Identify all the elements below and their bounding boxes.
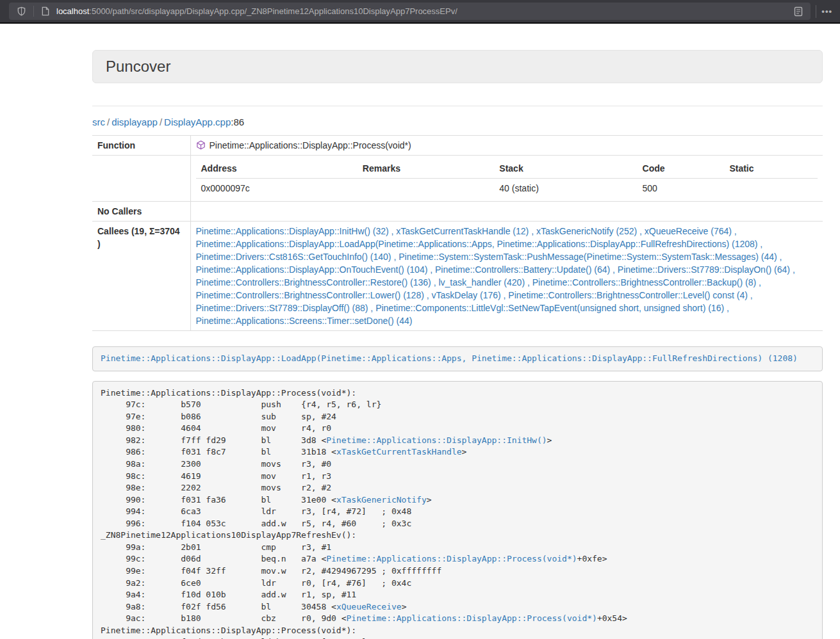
callee-separator: , <box>748 290 753 300</box>
breadcrumb-separator: / <box>105 117 111 127</box>
toolbar-right: ••• <box>811 5 840 18</box>
breadcrumb-link-file[interactable]: DisplayApp.cpp <box>164 117 231 127</box>
callee-separator: , <box>427 264 435 275</box>
callee-separator: , <box>529 226 536 236</box>
callee-link[interactable]: Pinetime::Components::LittleVgl::SetNewT… <box>375 303 724 313</box>
disassembly-symbol-link[interactable]: xQueueReceive <box>336 602 402 611</box>
disassembly-symbol-link[interactable]: Pinetime::Applications::DisplayApp::Proc… <box>347 613 597 623</box>
callee-link[interactable]: Pinetime::Drivers::St7789::DisplayOff() … <box>196 303 368 313</box>
disassembly-symbol-link[interactable]: xTaskGetCurrentTaskHandle <box>336 447 462 457</box>
callee-link[interactable]: Pinetime::Applications::Screens::Timer::… <box>196 316 413 326</box>
static-column-header: Static <box>724 159 818 179</box>
loadapp-snippet-link[interactable]: Pinetime::Applications::DisplayApp::Load… <box>101 353 798 363</box>
url-bar[interactable]: localhost:5000/path/src/displayapp/Displ… <box>9 3 811 20</box>
function-row: Function Pinetime::Applications::Display… <box>92 136 823 156</box>
function-name: Pinetime::Applications::DisplayApp::Proc… <box>210 140 411 150</box>
callee-separator: , <box>368 303 375 313</box>
callee-link[interactable]: Pinetime::Applications::DisplayApp::Load… <box>196 239 758 249</box>
callee-separator: , <box>389 226 397 236</box>
callee-link[interactable]: lv_task_handler (420) <box>438 277 525 287</box>
callee-separator: , <box>391 252 399 262</box>
function-table: Function Pinetime::Applications::Display… <box>92 135 823 331</box>
callees-label: Callees (19, Σ=3704 ) <box>92 222 190 331</box>
callee-separator: , <box>610 264 618 275</box>
no-callers-cell <box>190 202 823 222</box>
callee-link[interactable]: Pinetime::Controllers::BrightnessControl… <box>196 277 431 287</box>
function-label: Function <box>92 136 190 156</box>
callee-separator: , <box>637 226 645 236</box>
code-value: 500 <box>638 179 725 198</box>
callee-link[interactable]: Pinetime::System::SystemTask::PushMessag… <box>399 252 777 262</box>
page-content: Puncover src/displayapp/DisplayApp.cpp:8… <box>0 50 840 639</box>
no-callers-row: No Callers <box>92 202 823 222</box>
browser-bar: localhost:5000/path/src/displayapp/Displ… <box>0 0 840 22</box>
loadapp-snippet-block: Pinetime::Applications::DisplayApp::Load… <box>92 346 823 371</box>
breadcrumb-link-displayapp[interactable]: displayapp <box>111 117 158 127</box>
disassembly-symbol-link[interactable]: xTaskGenericNotify <box>336 495 427 505</box>
callee-link[interactable]: Pinetime::Applications::DisplayApp::OnTo… <box>196 264 428 275</box>
callee-separator: , <box>756 277 761 287</box>
callee-separator: , <box>501 290 509 300</box>
cube-icon <box>196 140 206 150</box>
function-stats-cell: Address Remarks Stack Code Static 0x0000… <box>190 156 823 202</box>
stack-column-header: Stack <box>494 159 637 179</box>
url-text: localhost:5000/path/src/displayapp/Displ… <box>56 6 457 16</box>
toolbar-divider <box>816 5 816 18</box>
callees-row: Callees (19, Σ=3704 ) Pinetime::Applicat… <box>92 222 823 331</box>
callee-link[interactable]: Pinetime::Controllers::BrightnessControl… <box>532 277 756 287</box>
callee-link[interactable]: Pinetime::Controllers::Battery::Update()… <box>435 264 610 275</box>
callee-separator: , <box>431 277 439 287</box>
function-stats-values-row: 0x0000097c 40 (static) 500 <box>196 179 818 198</box>
callee-separator: , <box>724 303 729 313</box>
page-title: Puncover <box>106 58 170 76</box>
callee-link[interactable]: xTaskGenericNotify (252) <box>536 226 637 236</box>
callee-link[interactable]: Pinetime::Controllers::BrightnessControl… <box>508 290 747 300</box>
function-stats-spacer <box>92 156 190 202</box>
menu-ellipsis-button[interactable]: ••• <box>821 6 832 16</box>
remarks-column-header: Remarks <box>358 159 495 179</box>
disassembly-symbol-link[interactable]: Pinetime::Applications::DisplayApp::Proc… <box>326 554 577 563</box>
stack-value: 40 (static) <box>494 179 637 198</box>
callee-link[interactable]: xQueueReceive (764) <box>645 226 732 236</box>
callee-link[interactable]: vTaskDelay (176) <box>432 290 501 300</box>
remarks-value <box>358 179 495 198</box>
callee-link[interactable]: xTaskGetCurrentTaskHandle (12) <box>396 226 529 236</box>
divider-rule <box>92 106 823 106</box>
code-column-header: Code <box>638 159 725 179</box>
disassembly-code: Pinetime::Applications::DisplayApp::Proc… <box>101 388 627 639</box>
callee-separator: , <box>790 264 795 275</box>
chrome-separator <box>33 6 34 17</box>
callee-separator: , <box>424 290 432 300</box>
callee-separator: , <box>777 252 782 262</box>
breadcrumb-line-number: :86 <box>231 117 244 127</box>
callee-separator: , <box>525 277 532 287</box>
url-path: :5000/path/src/displayapp/DisplayApp.cpp… <box>89 6 457 16</box>
disassembly-symbol-link[interactable]: Pinetime::Applications::DisplayApp::Init… <box>326 435 547 445</box>
url-host: localhost <box>56 6 89 16</box>
page-icon[interactable] <box>38 6 53 16</box>
static-value <box>724 179 818 198</box>
breadcrumb: src/displayapp/DisplayApp.cpp:86 <box>92 117 823 127</box>
chrome-bottom-border <box>0 22 840 24</box>
callee-separator: , <box>757 239 762 249</box>
address-column-header: Address <box>196 159 358 179</box>
breadcrumb-link-src[interactable]: src <box>92 117 105 127</box>
function-stats-table: Address Remarks Stack Code Static 0x0000… <box>196 159 818 198</box>
function-stats-row: Address Remarks Stack Code Static 0x0000… <box>92 156 823 202</box>
callee-link[interactable]: Pinetime::Drivers::Cst816S::GetTouchInfo… <box>196 252 391 262</box>
disassembly-block: Pinetime::Applications::DisplayApp::Proc… <box>92 381 823 639</box>
reader-mode-icon[interactable] <box>791 6 805 17</box>
no-callers-label: No Callers <box>92 202 190 222</box>
address-value: 0x0000097c <box>196 179 358 198</box>
function-name-cell: Pinetime::Applications::DisplayApp::Proc… <box>190 136 823 156</box>
shield-icon[interactable] <box>14 6 29 16</box>
breadcrumb-separator: / <box>158 117 164 127</box>
callee-link[interactable]: Pinetime::Controllers::BrightnessControl… <box>196 290 424 300</box>
callee-link[interactable]: Pinetime::Drivers::St7789::DisplayOn() (… <box>618 264 790 275</box>
callees-list: Pinetime::Applications::DisplayApp::Init… <box>190 222 823 331</box>
callee-link[interactable]: Pinetime::Applications::DisplayApp::Init… <box>196 226 389 236</box>
page-title-panel: Puncover <box>92 50 823 83</box>
callee-separator: , <box>732 226 737 236</box>
